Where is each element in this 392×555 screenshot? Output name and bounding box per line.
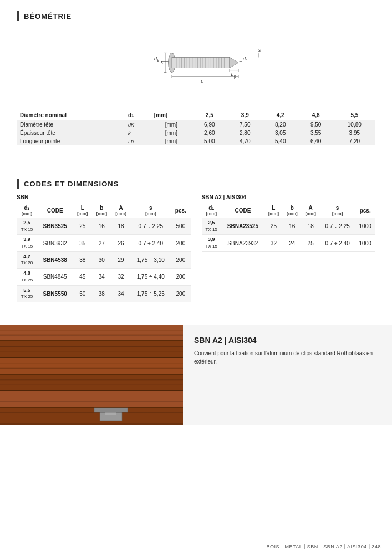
geo-cell-v3: 5,40 (263, 137, 298, 145)
sbn-a2-col-code: CODE (221, 203, 264, 218)
sbn-a2-cell-A: 25 (301, 235, 319, 251)
sbn-a2-col-s: s[mm] (320, 203, 355, 218)
geo-cell-v5: 3,95 (334, 129, 375, 137)
sbn-col-s: s[mm] (130, 203, 171, 218)
sbn-table: d₁[mm] CODE L[mm] b[mm] A[mm] s[mm] pcs.… (17, 203, 191, 302)
svg-rect-45 (0, 341, 183, 357)
sbn-cell-A: 29 (111, 251, 131, 268)
sbn-row: 4,2TX 20 SBN4538 38 30 29 1,75 ÷ 3,10 20… (17, 251, 191, 268)
photo-svg (0, 325, 183, 425)
geo-cell-unit: [mm] (151, 137, 192, 145)
svg-rect-46 (0, 358, 183, 374)
sbn-a2-cell-b: 24 (283, 235, 301, 251)
sbn-a2-col-pcs: pcs. (355, 203, 375, 218)
geo-col-name: Diamètre nominal (17, 110, 125, 120)
geo-cell-v2: 2,80 (227, 129, 263, 137)
sbn-row: 3,9TX 15 SBN3932 35 27 26 0,7 ÷ 2,40 200 (17, 235, 191, 251)
sbn-cell-A: 32 (111, 269, 131, 285)
geo-col-unit: [mm] (151, 110, 192, 120)
sbn-row: 4,8TX 25 SBN4845 45 34 32 1,75 ÷ 4,40 20… (17, 269, 191, 285)
codes-section-bar (17, 179, 19, 189)
geo-cell-v5: 10,80 (334, 120, 375, 129)
sbn-cell-code: SBN3525 (37, 218, 73, 235)
geo-cell-v4: 6,40 (298, 137, 334, 145)
section-bar (17, 11, 19, 21)
geo-col-55: 5,5 (334, 110, 375, 120)
geo-cell-name: Longueur pointe (17, 137, 125, 145)
geo-row: Diamètre tête dK [mm] 6,90 7,50 8,20 9,5… (17, 120, 375, 129)
footer-text: BOIS - MÉTAL | SBN - SBN A2 | AISI304 | … (266, 544, 381, 549)
sbn-a2-cell-d1: 3,9TX 15 (202, 235, 222, 251)
geo-row: Longueur pointe Lp [mm] 5,00 4,70 5,40 6… (17, 137, 375, 145)
svg-rect-51 (0, 357, 183, 358)
svg-marker-21 (230, 57, 238, 68)
geo-col-25: 2,5 (192, 110, 227, 120)
svg-rect-54 (0, 407, 183, 408)
sbn-cell-s: 0,7 ÷ 2,25 (130, 218, 171, 235)
geometry-title: BÉOMÉTRIE (24, 12, 72, 21)
sbn-cell-b: 27 (92, 235, 111, 251)
sbn-cell-A: 18 (111, 218, 131, 235)
sbn-a2-cell-A: 18 (301, 218, 319, 235)
geo-cell-v3: 8,20 (263, 120, 298, 129)
geo-cell-unit: [mm] (151, 120, 192, 129)
geometry-header: BÉOMÉTRIE (17, 11, 375, 21)
sbn-cell-pcs: 200 (171, 251, 190, 268)
geo-cell-symbol: Lp (125, 137, 151, 145)
sbn-col-A: A[mm] (111, 203, 131, 218)
sbn-col-d1: d₁[mm] (17, 203, 37, 218)
sbn-a2-cell-L: 32 (264, 235, 283, 251)
sbn-a2-col-d1: d₁[mm] (202, 203, 222, 218)
sbn-a2-cell-code: SBNA23932 (221, 235, 264, 251)
sbn-cell-L: 50 (73, 285, 92, 302)
sbn-col-L: L[mm] (73, 203, 92, 218)
sbn-a2-cell-s: 0,7 ÷ 2,25 (320, 218, 355, 235)
sbn-cell-pcs: 200 (171, 285, 190, 302)
svg-rect-63 (94, 408, 128, 412)
page-footer: BOIS - MÉTAL | SBN - SBN A2 | AISI304 | … (266, 544, 381, 549)
sbn-cell-s: 0,7 ÷ 2,40 (130, 235, 171, 251)
sbn-cell-A: 34 (111, 285, 131, 302)
sbn-cell-code: SBN4845 (37, 269, 73, 285)
geo-cell-v1: 2,60 (192, 129, 227, 137)
desc-title: SBN A2 | AISI304 (194, 336, 381, 345)
svg-rect-65 (105, 412, 116, 415)
sbn-row: 5,5TX 25 SBN5550 50 38 34 1,75 ÷ 5,25 20… (17, 285, 191, 302)
geo-cell-v4: 9,50 (298, 120, 334, 129)
geo-cell-v4: 3,55 (298, 129, 334, 137)
sbn-label: SBN (17, 194, 191, 200)
codes-header: CODES ET DIMENSIONS (17, 179, 375, 189)
sbn-a2-col-L: L[mm] (264, 203, 283, 218)
sbn-col-code: CODE (37, 203, 73, 218)
sbn-a2-cell-L: 25 (264, 218, 283, 235)
geo-cell-v1: 5,00 (192, 137, 227, 145)
desc-text: Convient pour la fixation sur l'aluminiu… (194, 349, 381, 366)
geo-cell-name: Diamètre tête (17, 120, 125, 129)
sbn-cell-s: 1,75 ÷ 3,10 (130, 251, 171, 268)
geometry-diagram: d k d 1 s k L p L (17, 27, 375, 99)
sbn-cell-s: 1,75 ÷ 4,40 (130, 269, 171, 285)
svg-text:k: k (161, 60, 164, 65)
geometry-section: BÉOMÉTRIE (0, 0, 392, 151)
sbn-a2-label: SBN A2 | AISI304 (202, 194, 376, 200)
photo-section: SBN A2 | AISI304 Convient pour la fixati… (0, 325, 392, 425)
codes-tables-container: SBN d₁[mm] CODE L[mm] b[mm] A[mm] s[mm] … (17, 194, 375, 302)
sbn-cell-b: 30 (92, 251, 111, 268)
sbn-cell-b: 16 (92, 218, 111, 235)
geo-cell-v5: 7,20 (334, 137, 375, 145)
sbn-cell-L: 38 (73, 251, 92, 268)
sbn-col-pcs: pcs. (171, 203, 190, 218)
sbn-cell-s: 1,75 ÷ 5,25 (130, 285, 171, 302)
sbn-a2-row: 2,5TX 15 SBNA23525 25 16 18 0,7 ÷ 2,25 1… (202, 218, 376, 235)
svg-text:p: p (234, 74, 236, 79)
sbn-cell-pcs: 200 (171, 235, 190, 251)
sbn-cell-L: 35 (73, 235, 92, 251)
sbn-a2-col-A: A[mm] (301, 203, 319, 218)
sbn-a2-cell-d1: 2,5TX 15 (202, 218, 222, 235)
geometry-table: Diamètre nominal d₁ [mm] 2,5 3,9 4,2 4,8… (17, 110, 375, 145)
geo-col-42: 4,2 (263, 110, 298, 120)
svg-rect-44 (0, 325, 183, 340)
sbn-a2-row: 3,9TX 15 SBNA23932 32 24 25 0,7 ÷ 2,40 1… (202, 235, 376, 251)
geo-col-48: 4,8 (298, 110, 334, 120)
sbn-cell-b: 38 (92, 285, 111, 302)
